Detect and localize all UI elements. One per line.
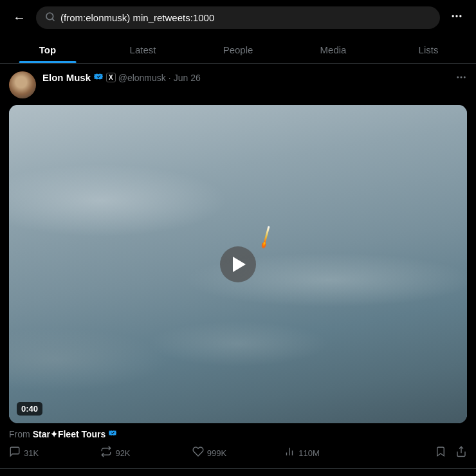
like-count: 999K [207,448,226,458]
tweet-date-value: Jun 26 [174,73,201,83]
tab-top[interactable]: Top [0,35,95,63]
source-verified-icon [108,428,117,439]
tweet-more-button[interactable] [455,71,467,86]
retweet-count: 92K [115,448,130,458]
play-icon [233,257,246,272]
search-icon [45,12,55,24]
views-icon [284,446,295,461]
video-duration: 0:40 [17,402,42,416]
back-button[interactable]: ← [9,10,30,25]
tweet-date: · [169,73,171,83]
rocket-visual [263,226,270,244]
comment-action[interactable]: 31K [9,446,100,461]
search-bar[interactable]: (from:elonmusk) min_retweets:1000 [36,6,440,29]
search-query-text: (from:elonmusk) min_retweets:1000 [60,12,214,23]
tab-bar: Top Latest People Media Lists [0,35,476,64]
svg-line-1 [52,19,54,21]
tweet-header: Elon Musk X @elonmusk · Jun 26 [9,71,467,98]
x-platform-badge: X [106,73,116,82]
header: ← (from:elonmusk) min_retweets:1000 [0,0,476,35]
tweet-meta: Elon Musk X @elonmusk · Jun 26 [42,71,449,84]
svg-point-7 [464,77,466,78]
tweet-actions: 31K 92K 999K 110M [9,446,467,461]
svg-point-6 [461,77,462,78]
tab-latest[interactable]: Latest [95,35,190,63]
play-button[interactable] [220,246,256,282]
svg-point-2 [452,15,454,17]
tweet-source: From Star✦Fleet Tours [9,428,467,439]
like-icon [192,446,204,461]
tweet-handle: @elonmusk [118,73,166,83]
comment-count: 31K [24,448,39,458]
like-action[interactable]: 999K [192,446,284,461]
svg-point-3 [455,15,457,17]
tab-lists[interactable]: Lists [381,35,476,63]
avatar [9,71,36,98]
source-name: Star✦Fleet Tours [33,429,106,439]
tweet-video[interactable]: 0:40 [9,105,467,423]
tab-media[interactable]: Media [286,35,381,63]
views-action[interactable]: 110M [284,446,375,461]
svg-point-4 [459,15,461,17]
tweet-name-row: Elon Musk X @elonmusk · Jun 26 [42,71,449,84]
tweet-card: Elon Musk X @elonmusk · Jun 26 0:40 [0,64,476,469]
verified-icon [93,71,104,84]
retweet-icon [100,446,112,461]
bookmark-icon[interactable] [435,446,446,461]
source-prefix: From [9,429,30,439]
tweet-username: Elon Musk [42,72,91,83]
tab-people[interactable]: People [190,35,286,63]
views-count: 110M [298,448,320,458]
svg-point-5 [457,77,459,78]
comment-icon [9,446,21,461]
tweet-actions-right [376,446,467,461]
retweet-action[interactable]: 92K [100,446,192,461]
share-icon[interactable] [455,446,467,461]
more-options-button[interactable] [446,10,467,26]
